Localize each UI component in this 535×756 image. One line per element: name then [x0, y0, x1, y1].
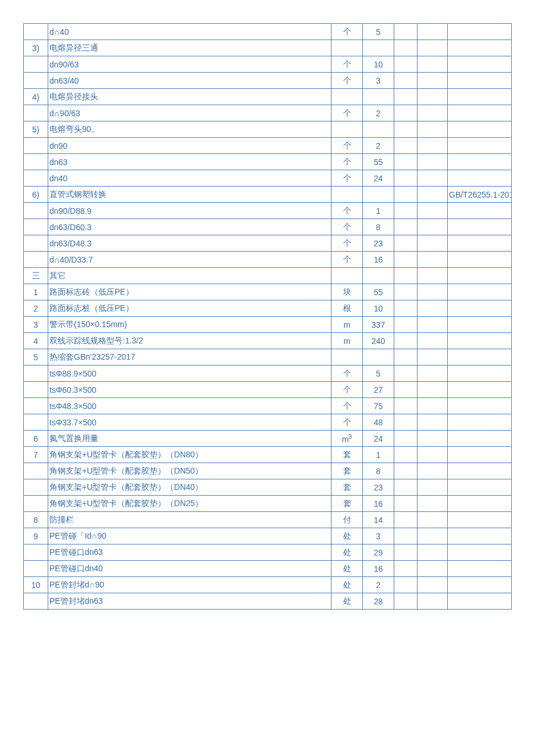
- row-unit: 个: [331, 252, 363, 268]
- row-description: 热缩套GBn'23257-2017: [48, 349, 331, 366]
- row-unit: 套: [331, 447, 363, 463]
- row-unit: 套: [331, 496, 363, 512]
- row-col5: [394, 203, 418, 219]
- table-row: 5)电熔弯头90。: [24, 121, 512, 138]
- row-quantity: 10: [363, 300, 394, 317]
- table-row: 4)电熔异径接头: [24, 89, 512, 105]
- row-unit: 个: [331, 105, 363, 121]
- row-quantity: 24: [363, 170, 394, 187]
- row-index: [24, 544, 48, 561]
- row-col6: [418, 479, 448, 496]
- row-quantity: 3: [363, 73, 394, 89]
- row-col5: [394, 333, 418, 349]
- row-remark: [448, 382, 512, 398]
- row-unit: 个: [331, 382, 363, 398]
- row-remark: [448, 268, 512, 284]
- row-col6: [418, 187, 448, 203]
- table-row: PE管碰口dn40处16: [24, 561, 512, 577]
- row-col6: [418, 382, 448, 398]
- row-index: [24, 203, 48, 219]
- row-quantity: 23: [363, 479, 394, 496]
- table-row: 8防撞栏付14: [24, 512, 512, 528]
- row-remark: [448, 56, 512, 73]
- row-description: PE管封堵dn63: [48, 593, 331, 610]
- table-row: dn63个55: [24, 154, 512, 170]
- row-unit: 套: [331, 463, 363, 479]
- row-description: 路面标志桩（低压PE）: [48, 300, 331, 317]
- table-row: dn40个24: [24, 170, 512, 187]
- row-col6: [418, 284, 448, 300]
- row-remark: [448, 349, 512, 366]
- row-description: 电熔异径接头: [48, 89, 331, 105]
- row-remark: [448, 577, 512, 593]
- row-index: 10: [24, 577, 48, 593]
- row-remark: [448, 431, 512, 447]
- table-row: PE管碰口dn63处29: [24, 544, 512, 561]
- row-unit: 套: [331, 479, 363, 496]
- row-remark: [448, 154, 512, 170]
- row-quantity: [363, 89, 394, 105]
- row-description: tsΦ33.7×500: [48, 414, 331, 431]
- row-col6: [418, 414, 448, 431]
- row-index: 9: [24, 528, 48, 544]
- row-remark: [448, 544, 512, 561]
- row-remark: [448, 105, 512, 121]
- table-row: 10PE管封堵d∩90处2: [24, 577, 512, 593]
- row-col5: [394, 561, 418, 577]
- row-description: dn90: [48, 138, 331, 154]
- row-index: 6): [24, 187, 48, 203]
- table-row: tsΦ88.9×500个5: [24, 366, 512, 382]
- row-quantity: 5: [363, 366, 394, 382]
- row-quantity: 16: [363, 252, 394, 268]
- row-quantity: [363, 268, 394, 284]
- row-unit: 个: [331, 219, 363, 235]
- row-quantity: 2: [363, 138, 394, 154]
- row-remark: [448, 528, 512, 544]
- row-remark: [448, 479, 512, 496]
- row-remark: [448, 24, 512, 40]
- row-unit: 个: [331, 203, 363, 219]
- row-index: [24, 398, 48, 414]
- row-index: [24, 561, 48, 577]
- row-description: dn40: [48, 170, 331, 187]
- row-remark: [448, 235, 512, 252]
- row-quantity: [363, 349, 394, 366]
- row-description: 角钢支架+U型管卡（配套胶垫）（DN25）: [48, 496, 331, 512]
- row-quantity: 14: [363, 512, 394, 528]
- row-col6: [418, 577, 448, 593]
- row-unit: 个: [331, 56, 363, 73]
- row-unit: 个: [331, 73, 363, 89]
- table-row: 6氮气置换用量m324: [24, 431, 512, 447]
- row-col5: [394, 40, 418, 56]
- row-remark: [448, 333, 512, 349]
- row-col5: [394, 284, 418, 300]
- table-row: dn63/D60.3个8: [24, 219, 512, 235]
- row-unit: m: [331, 317, 363, 333]
- row-unit: [331, 40, 363, 56]
- row-col5: [394, 73, 418, 89]
- row-remark: [448, 496, 512, 512]
- row-quantity: 75: [363, 398, 394, 414]
- row-unit: 个: [331, 154, 363, 170]
- row-remark: [448, 398, 512, 414]
- row-remark: [448, 561, 512, 577]
- row-col6: [418, 463, 448, 479]
- row-remark: [448, 219, 512, 235]
- row-quantity: [363, 40, 394, 56]
- row-index: [24, 73, 48, 89]
- row-description: PE管碰「Id∩90: [48, 528, 331, 544]
- row-col5: [394, 317, 418, 333]
- row-unit: [331, 349, 363, 366]
- table-row: tsΦ60.3×500个27: [24, 382, 512, 398]
- table-row: dn90/D88.9个1: [24, 203, 512, 219]
- row-col5: [394, 496, 418, 512]
- table-row: 9PE管碰「Id∩90处3: [24, 528, 512, 544]
- row-quantity: 28: [363, 593, 394, 610]
- row-quantity: 55: [363, 154, 394, 170]
- row-col6: [418, 366, 448, 382]
- row-col6: [418, 561, 448, 577]
- row-quantity: 337: [363, 317, 394, 333]
- table-row: 2路面标志桩（低压PE）根10: [24, 300, 512, 317]
- table-row: dn63/40个3: [24, 73, 512, 89]
- row-index: 4): [24, 89, 48, 105]
